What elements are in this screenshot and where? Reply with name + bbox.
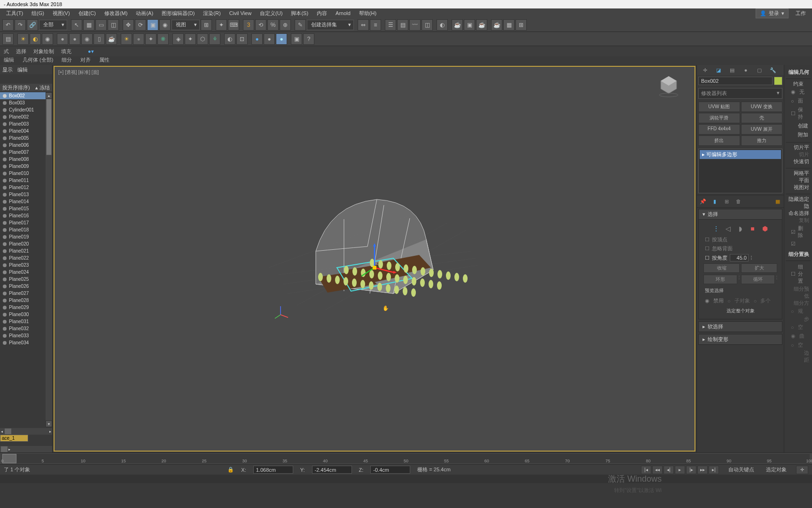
- autokey-button[interactable]: 自动关键点: [726, 465, 757, 474]
- ref-coord-dropdown[interactable]: 视图: [172, 20, 200, 30]
- radio-icon[interactable]: ◉: [791, 89, 796, 95]
- list-item[interactable]: Plane026: [0, 283, 52, 290]
- menu-view[interactable]: 视图(V): [49, 9, 74, 18]
- render-icon[interactable]: ☕: [476, 19, 487, 31]
- loop-button[interactable]: 循环: [741, 275, 775, 284]
- rotate-icon[interactable]: ⟳: [135, 19, 146, 31]
- fx-icon[interactable]: ◈: [172, 33, 184, 45]
- list-item[interactable]: Box003: [0, 99, 52, 106]
- list-item[interactable]: Plane022: [0, 254, 52, 262]
- modify-tab-icon[interactable]: ◪: [713, 65, 724, 75]
- element-icon[interactable]: ⬢: [761, 224, 769, 233]
- list-item[interactable]: Plane009: [0, 163, 52, 170]
- list-item[interactable]: Plane017: [0, 219, 52, 226]
- object-color-swatch[interactable]: [774, 77, 782, 85]
- menu-modifiers[interactable]: 修改器(M): [101, 9, 132, 18]
- dark-ball-icon[interactable]: ●: [264, 33, 275, 45]
- unique-icon[interactable]: ⊞: [722, 197, 731, 206]
- add-key-icon[interactable]: ✛: [796, 466, 808, 474]
- sphere-icon[interactable]: ●: [57, 33, 68, 45]
- rollout-paint-header[interactable]: ▸绘制变形: [698, 334, 782, 345]
- next-frame-icon[interactable]: ▸▸: [697, 466, 708, 474]
- sort-header[interactable]: 按升序排序) ▴ 冻结: [0, 84, 52, 92]
- menu-arnold[interactable]: Arnold: [332, 9, 354, 17]
- list-item[interactable]: Plane019: [0, 233, 52, 240]
- link-icon[interactable]: 🔗: [27, 19, 38, 31]
- list-item[interactable]: Plane029: [0, 304, 52, 311]
- ribbon-select[interactable]: 选择: [16, 48, 26, 55]
- time-slider[interactable]: [2, 454, 16, 463]
- modifier-button[interactable]: UVW 展开: [741, 124, 783, 135]
- select-window-icon[interactable]: ◫: [108, 19, 119, 31]
- hscroll[interactable]: ◂ ▸: [0, 428, 52, 435]
- spinner-icon[interactable]: ⦙: [751, 255, 752, 261]
- modifier-list-dropdown[interactable]: 修改器列表▾: [698, 88, 782, 99]
- select-rect-icon[interactable]: ▭: [95, 19, 107, 31]
- keyboard-icon[interactable]: ⌨: [228, 19, 239, 31]
- menu-animation[interactable]: 动画(A): [132, 9, 157, 18]
- checkbox-icon[interactable]: ☐: [791, 111, 796, 117]
- polygon-icon[interactable]: ■: [749, 224, 757, 233]
- render-setup-icon[interactable]: ☕: [452, 19, 463, 31]
- pivot-icon[interactable]: ⊞: [201, 19, 212, 31]
- move-icon[interactable]: ✥: [123, 19, 134, 31]
- timeline[interactable]: 0510152025303540455055606570758085909510…: [0, 452, 812, 464]
- menu-render[interactable]: 渲染(R): [199, 9, 224, 18]
- angle-snap-icon[interactable]: ⟲: [255, 19, 266, 31]
- light-std-icon[interactable]: ●: [133, 33, 144, 45]
- modifier-button[interactable]: UVW 贴图: [698, 102, 740, 112]
- list-item[interactable]: Plane015: [0, 205, 52, 212]
- object-name-input[interactable]: [698, 77, 773, 85]
- curve-editor-icon[interactable]: 〰: [409, 19, 421, 31]
- object-list[interactable]: Box002Box003Cylinder001Plane002Plane003P…: [0, 92, 52, 427]
- hscroll2[interactable]: ▸: [0, 446, 52, 452]
- list-item[interactable]: Plane021: [0, 247, 52, 254]
- menu-customize[interactable]: 自定义(U): [256, 9, 286, 18]
- modifier-button[interactable]: UVW 变换: [741, 102, 783, 112]
- radio-icon[interactable]: ◉: [705, 298, 710, 304]
- sun-icon[interactable]: ☀: [17, 33, 29, 45]
- angle-input[interactable]: [730, 254, 749, 262]
- list-item[interactable]: Plane024: [0, 269, 52, 276]
- grow-button[interactable]: 扩大: [741, 263, 777, 273]
- next-key-icon[interactable]: |▸: [686, 466, 696, 474]
- rollout-soft-header[interactable]: ▸软选择: [698, 321, 782, 332]
- select-name-icon[interactable]: ▦: [83, 19, 94, 31]
- viewport-label[interactable]: [+] [透视] [标准] [面]: [58, 69, 99, 76]
- tab-geometry[interactable]: 几何体 (全部): [23, 56, 53, 65]
- scroll-down-icon[interactable]: ▾: [46, 421, 52, 427]
- viewcube[interactable]: [657, 74, 680, 97]
- config-icon[interactable]: ▦: [773, 197, 782, 206]
- y-input[interactable]: [312, 466, 352, 474]
- utilities-tab-icon[interactable]: 🔧: [767, 65, 779, 75]
- manip-icon[interactable]: ✦: [216, 19, 227, 31]
- list-item[interactable]: Plane033: [0, 332, 52, 339]
- schematic-icon[interactable]: ◫: [422, 19, 433, 31]
- x-input[interactable]: [253, 466, 293, 474]
- teapot-icon[interactable]: ☕: [106, 33, 117, 45]
- xray-icon[interactable]: ⊡: [236, 33, 248, 45]
- shrink-button[interactable]: 收缩: [703, 263, 740, 273]
- layer-icon[interactable]: ☰: [385, 19, 396, 31]
- geosphere-icon[interactable]: ◉: [81, 33, 93, 45]
- radio-icon[interactable]: ○: [727, 298, 731, 304]
- viewport[interactable]: [+] [透视] [标准] [面]: [54, 66, 695, 452]
- list-item[interactable]: Plane031: [0, 318, 52, 325]
- checkbox-icon[interactable]: ☑: [791, 229, 796, 235]
- modifier-button[interactable]: 壳: [741, 113, 783, 123]
- ribbon-paint[interactable]: 对象绘制: [33, 48, 54, 55]
- tab-subdiv[interactable]: 细分: [62, 56, 72, 65]
- plant-icon[interactable]: ❋: [157, 33, 169, 45]
- workspace-label[interactable]: 工作: [792, 9, 810, 18]
- list-item[interactable]: Plane002: [0, 113, 52, 120]
- light-sun-icon[interactable]: ☀: [121, 33, 132, 45]
- gallery-icon[interactable]: ▦: [503, 19, 515, 31]
- modifier-button[interactable]: 推力: [741, 135, 783, 146]
- spinner-snap-icon[interactable]: ⊕: [280, 19, 291, 31]
- select-icon[interactable]: ↖: [71, 19, 82, 31]
- place-icon[interactable]: ◉: [159, 19, 171, 31]
- redo-icon[interactable]: ↷: [15, 19, 26, 31]
- list-item[interactable]: Plane013: [0, 191, 52, 198]
- display-tab-icon[interactable]: ▢: [754, 65, 765, 75]
- checkbox-icon[interactable]: ☐: [705, 246, 710, 252]
